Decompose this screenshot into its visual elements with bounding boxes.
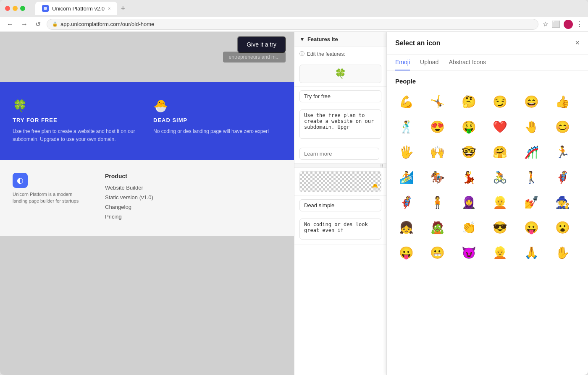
refresh-button[interactable]: ↺ — [34, 19, 42, 29]
desc-field: Use the free plan to create a website on… — [294, 106, 386, 144]
emoji-cell[interactable]: 🤓 — [458, 141, 480, 163]
info-icon: ⓘ — [299, 50, 304, 57]
emoji-cell[interactable]: 😏 — [489, 91, 511, 112]
emoji-cell[interactable]: 😈 — [458, 242, 480, 263]
features-section-header[interactable]: ▼ Features ite — [294, 32, 386, 47]
second-icon-selector-button[interactable]: 🐣 — [299, 171, 381, 192]
emoji-cell[interactable]: 🧙 — [552, 191, 574, 213]
tab-abstract[interactable]: Abstract Icons — [449, 55, 486, 70]
emoji-cell[interactable]: 🤚 — [520, 116, 542, 138]
emoji-cell[interactable]: 🚴 — [489, 166, 511, 188]
emoji-cell[interactable]: 👱 — [489, 242, 511, 263]
emoji-cell[interactable]: 🙌 — [427, 141, 449, 163]
dead-simple-desc-field: No coding or des look great even if — [294, 215, 386, 245]
emoji-cell[interactable]: 🤸 — [427, 91, 449, 112]
address-bar: ← → ↺ 🔒 app.unicornplatform.com/our/old-… — [0, 17, 588, 32]
tab-upload[interactable]: Upload — [420, 55, 438, 70]
emoji-cell[interactable]: 😛 — [520, 216, 542, 238]
emoji-cell[interactable]: 🏇 — [427, 166, 449, 188]
active-tab[interactable]: Unicorn Platform v2.0 × — [35, 2, 117, 15]
panel-title: Select an icon — [395, 39, 441, 47]
feature-title-1: TRY FOR FREE — [13, 117, 141, 123]
footer-col-product: Product Website Builder Static version (… — [105, 173, 153, 223]
url-bar[interactable]: 🔒 app.unicornplatform.com/our/old-home — [47, 19, 538, 30]
tab-close-button[interactable]: × — [108, 6, 110, 11]
emoji-cell[interactable]: 😍 — [427, 116, 449, 138]
dead-simple-title-field — [294, 196, 386, 215]
emoji-cell[interactable]: 👍 — [552, 91, 574, 112]
emoji-cell[interactable]: ❤️ — [489, 116, 511, 138]
emoji-cell[interactable]: 😬 — [427, 242, 449, 263]
emoji-cell[interactable]: 🏄 — [395, 166, 417, 188]
emoji-cell[interactable]: 💪 — [395, 91, 417, 112]
feature-item-1: 🍀 TRY FOR FREE Use the free plan to crea… — [13, 99, 141, 143]
website-preview: entrepreneurs and m... Give it a try 🍀 T… — [0, 32, 294, 375]
emoji-grid: 💪🤸🤔😏😄👍🕺😍🤑❤️🤚😊🖐️🙌🤓🤗🎢🏃🏄🏇💃🚴🚶🦸🦸🧍🧕👱💅🧙👧🧟👏😎😛😮😛😬… — [395, 91, 580, 263]
maximize-traffic-light[interactable] — [20, 6, 25, 11]
icon-selector-panel: Select an icon × Emoji Upload Abstract I… — [386, 32, 588, 375]
tab-favicon — [42, 5, 49, 12]
emoji-cell[interactable]: 😊 — [552, 116, 574, 138]
learn-more-input[interactable] — [299, 148, 379, 160]
emoji-cell[interactable]: 🤗 — [489, 141, 511, 163]
emoji-cell[interactable]: 🧟 — [427, 216, 449, 238]
feature-title-2: DEAD SIMP — [153, 117, 281, 123]
emoji-cell[interactable]: 😮 — [552, 216, 574, 238]
emoji-cell[interactable]: 💅 — [520, 191, 542, 213]
cast-icon[interactable]: ⬜ — [552, 20, 560, 28]
drag-handle-icon: ⣿ — [380, 164, 383, 168]
title-input[interactable] — [299, 90, 381, 102]
footer-link-2[interactable]: Static version (v1.0) — [105, 194, 153, 201]
emoji-cell[interactable]: 🏃 — [552, 141, 574, 163]
emoji-cell[interactable]: 👧 — [395, 216, 417, 238]
lock-icon: 🔒 — [52, 21, 58, 27]
emoji-cell[interactable]: 🎢 — [520, 141, 542, 163]
emoji-cell[interactable]: 🚶 — [520, 166, 542, 188]
dead-simple-desc-textarea[interactable]: No coding or des look great even if — [299, 219, 381, 240]
forward-button[interactable]: → — [19, 20, 29, 29]
url-text: app.unicornplatform.com/our/old-home — [60, 21, 154, 27]
emoji-cell[interactable]: 💃 — [458, 166, 480, 188]
emoji-cell[interactable]: 🧍 — [427, 191, 449, 213]
emoji-cell[interactable]: 🧕 — [458, 191, 480, 213]
emoji-cell[interactable]: 🤔 — [458, 91, 480, 112]
footer-link-4[interactable]: Pricing — [105, 214, 153, 220]
footer-logo: ◐ Unicorn Platform is a modern landing p… — [13, 173, 80, 223]
footer-link-3[interactable]: Changelog — [105, 204, 153, 210]
emoji-cell[interactable]: 😎 — [489, 216, 511, 238]
footer-section: ◐ Unicorn Platform is a modern landing p… — [0, 160, 294, 236]
emoji-cell[interactable]: 🕺 — [395, 116, 417, 138]
emoji-cell[interactable]: ✋ — [552, 242, 574, 263]
minimize-traffic-light[interactable] — [13, 6, 18, 11]
close-traffic-light[interactable] — [5, 6, 10, 11]
footer-link-1[interactable]: Website Builder — [105, 185, 153, 191]
emoji-cell[interactable]: 🙏 — [520, 242, 542, 263]
new-tab-button[interactable]: + — [121, 5, 125, 12]
back-button[interactable]: ← — [5, 20, 15, 29]
emoji-cell[interactable]: 🖐️ — [395, 141, 417, 163]
emoji-cell[interactable]: 🤑 — [458, 116, 480, 138]
panel-header: Select an icon × — [387, 32, 588, 55]
emoji-section-title: People — [395, 78, 580, 85]
icon-selector-button[interactable]: 🍀 — [299, 65, 381, 83]
more-options-icon[interactable]: ⋮ — [576, 20, 583, 28]
emoji-cell[interactable]: 👱 — [489, 191, 511, 213]
second-icon-field: 🐣 — [294, 168, 386, 196]
emoji-cell[interactable]: 🦸 — [552, 166, 574, 188]
emoji-cell[interactable]: 😄 — [520, 91, 542, 112]
tab-title: Unicorn Platform v2.0 — [52, 5, 105, 12]
desc-textarea[interactable]: Use the free plan to create a website on… — [299, 109, 381, 139]
panel-close-button[interactable]: × — [575, 39, 580, 47]
feature-desc-2: No coding or des landing page will have … — [153, 128, 281, 135]
dead-simple-title-input[interactable] — [299, 199, 381, 211]
try-button[interactable]: Give it a try — [237, 36, 286, 53]
selected-emoji: 🍀 — [335, 68, 346, 79]
browser-frame: Unicorn Platform v2.0 × + ← → ↺ 🔒 app.un… — [0, 0, 588, 375]
second-selected-emoji: 🐣 — [371, 183, 378, 190]
bookmark-icon[interactable]: ☆ — [543, 20, 549, 28]
emoji-cell[interactable]: 🦸 — [395, 191, 417, 213]
profile-avatar[interactable] — [564, 20, 573, 29]
emoji-cell[interactable]: 👏 — [458, 216, 480, 238]
tab-emoji[interactable]: Emoji — [395, 55, 410, 70]
emoji-cell[interactable]: 😛 — [395, 242, 417, 263]
